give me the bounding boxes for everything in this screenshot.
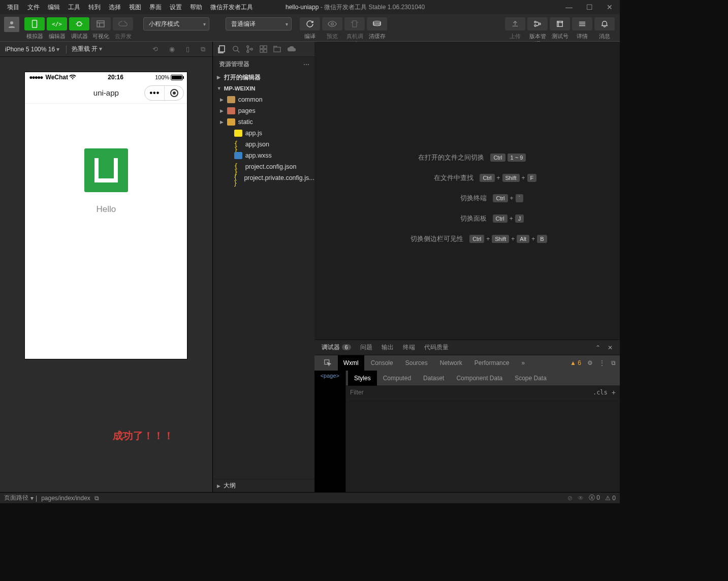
tree-app.js[interactable]: app.js: [213, 128, 314, 139]
window-maximize[interactable]: ☐: [579, 0, 599, 14]
error-count[interactable]: ⓧ 0: [589, 494, 600, 502]
kebab-icon[interactable]: ⋮: [599, 359, 605, 366]
add-style-icon[interactable]: +: [612, 388, 616, 396]
copy-icon[interactable]: ⧉: [94, 495, 99, 502]
menu-view[interactable]: 视图: [125, 0, 145, 14]
debugger-button[interactable]: [69, 17, 89, 30]
search-icon[interactable]: [232, 45, 240, 53]
device-icon[interactable]: ▯: [186, 45, 189, 53]
editor-button[interactable]: </>: [47, 17, 67, 30]
capsule-close[interactable]: [164, 86, 183, 100]
capsule-menu[interactable]: •••: [145, 86, 164, 100]
menu-file[interactable]: 文件: [23, 0, 44, 14]
project-root[interactable]: ▼MP-WEIXIN: [213, 83, 314, 94]
phone-navbar: uni-app •••: [25, 82, 187, 104]
tree-project.private.config.js...[interactable]: { }project.private.config.js...: [213, 172, 314, 184]
tree-project.config.json[interactable]: { }project.config.json: [213, 161, 314, 172]
key: Ctrl: [480, 174, 494, 182]
explorer-icon[interactable]: [218, 45, 226, 53]
simulator-button[interactable]: [24, 17, 45, 30]
clear-cache-button[interactable]: [367, 17, 387, 30]
menu-tools[interactable]: 工具: [64, 0, 84, 14]
scopedata-tab[interactable]: Scope Data: [509, 371, 553, 386]
warning-badge[interactable]: ▲ 6: [570, 359, 581, 366]
explorer-more-icon[interactable]: ⋯: [303, 61, 309, 68]
dataset-tab[interactable]: Dataset: [417, 371, 450, 386]
version-button[interactable]: [527, 17, 548, 30]
network-tab[interactable]: Network: [434, 355, 468, 371]
shortcut-label: 在文件中查找: [397, 173, 473, 182]
debugger-tab[interactable]: 调试器6: [322, 343, 351, 352]
problems-tab[interactable]: 问题: [360, 343, 372, 352]
remote-debug-button[interactable]: [344, 17, 365, 30]
componentdata-tab[interactable]: Component Data: [450, 371, 509, 386]
tree-pages[interactable]: ▶pages: [213, 105, 314, 116]
cloud-icon[interactable]: [287, 46, 296, 52]
tree-app.json[interactable]: { }app.json: [213, 139, 314, 150]
detail-button[interactable]: [572, 17, 592, 30]
preview-button[interactable]: [322, 17, 342, 30]
testno-button[interactable]: [550, 17, 570, 30]
menu-edit[interactable]: 编辑: [44, 0, 64, 14]
compile-button[interactable]: [300, 17, 320, 30]
gear-icon[interactable]: ⚙: [587, 359, 593, 366]
computed-tab[interactable]: Computed: [377, 371, 417, 386]
menu-select[interactable]: 选择: [105, 0, 125, 14]
key: B: [537, 235, 547, 243]
popout-icon[interactable]: ⧉: [201, 45, 205, 53]
tab-icon[interactable]: [273, 46, 281, 52]
dock-icon[interactable]: ⧉: [611, 359, 616, 366]
wxml-tab[interactable]: Wxml: [338, 355, 364, 371]
svg-point-6: [373, 21, 381, 23]
codequality-tab[interactable]: 代码质量: [424, 343, 449, 352]
close-icon[interactable]: ✕: [608, 344, 613, 351]
hotreload-toggle[interactable]: 热重载 开▾: [72, 45, 104, 53]
hide-icon[interactable]: ⊘: [567, 495, 573, 502]
styles-tab[interactable]: Styles: [348, 371, 377, 386]
console-tab[interactable]: Console: [365, 355, 399, 371]
outline-section[interactable]: ▶大纲: [213, 479, 314, 492]
message-button[interactable]: [594, 17, 615, 30]
terminal-tab[interactable]: 终端: [403, 343, 415, 352]
menu-project[interactable]: 项目: [3, 0, 23, 14]
git-icon[interactable]: [246, 45, 254, 53]
mode-select[interactable]: 小程序模式: [143, 17, 209, 30]
more-tabs-icon[interactable]: »: [516, 355, 530, 371]
tree-common[interactable]: ▶common: [213, 94, 314, 105]
tree-static[interactable]: ▶static: [213, 116, 314, 128]
window-minimize[interactable]: —: [559, 0, 579, 14]
extensions-icon[interactable]: [260, 45, 267, 53]
warn-count[interactable]: ⚠ 0: [605, 495, 616, 502]
svg-point-15: [250, 48, 252, 50]
filter-input[interactable]: Filter: [350, 389, 364, 396]
upload-button[interactable]: [505, 17, 525, 30]
svg-rect-1: [33, 20, 37, 27]
performance-tab[interactable]: Performance: [469, 355, 515, 371]
cls-toggle[interactable]: .cls: [593, 389, 608, 396]
menu-wxdevtools[interactable]: 微信开发者工具: [206, 0, 257, 14]
svg-point-8: [534, 25, 536, 27]
tree-app.wxss[interactable]: app.wxss: [213, 150, 314, 161]
opened-editors-section[interactable]: ▶打开的编辑器: [213, 72, 314, 83]
menu-ui[interactable]: 界面: [145, 0, 166, 14]
sources-tab[interactable]: Sources: [400, 355, 433, 371]
cloud-button[interactable]: [113, 17, 133, 30]
menu-settings[interactable]: 设置: [166, 0, 186, 14]
avatar[interactable]: [4, 17, 19, 32]
wxml-tree[interactable]: <page>: [314, 371, 345, 492]
menu-goto[interactable]: 转到: [84, 0, 105, 14]
route-label: 页面路径: [4, 494, 28, 502]
output-tab[interactable]: 输出: [382, 343, 394, 352]
visual-button[interactable]: [90, 17, 111, 30]
chevron-up-icon[interactable]: ⌃: [595, 344, 600, 351]
window-close[interactable]: ✕: [599, 0, 620, 14]
build-select[interactable]: 普通编译: [226, 17, 292, 30]
simulator-screen[interactable]: ●●●●● WeChat 20:16 100% uni-app •••: [25, 72, 187, 359]
eye-icon[interactable]: 👁: [578, 495, 584, 502]
inspect-icon[interactable]: [319, 355, 337, 371]
refresh-icon[interactable]: ⟲: [152, 45, 158, 53]
route-path[interactable]: pages/index/index: [41, 495, 90, 502]
menu-help[interactable]: 帮助: [186, 0, 206, 14]
device-select[interactable]: iPhone 5 100% 16▾: [5, 46, 61, 53]
record-icon[interactable]: ◉: [169, 45, 175, 53]
